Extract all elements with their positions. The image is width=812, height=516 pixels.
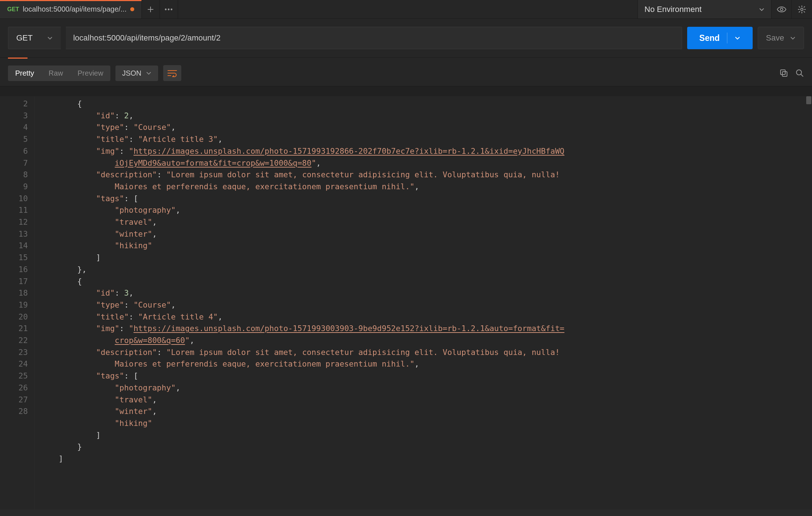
response-view-segment: Pretty Raw Preview — [8, 65, 110, 81]
code-content[interactable]: { "id": 2, "type": "Course", "title": "A… — [35, 96, 812, 509]
send-button-label: Send — [699, 33, 720, 43]
environment-quicklook-button[interactable] — [771, 0, 792, 18]
tab-options-button[interactable] — [160, 0, 178, 18]
tab-title: localhost:5000/api/items/page/... — [23, 5, 127, 13]
view-preview-button[interactable]: Preview — [70, 65, 110, 81]
word-wrap-button[interactable] — [163, 65, 181, 81]
request-url-input[interactable] — [66, 27, 682, 49]
search-response-button[interactable] — [795, 69, 804, 77]
request-bar: GET Send Save — [0, 19, 812, 58]
response-format-value: JSON — [122, 69, 141, 77]
response-body-editor[interactable]: 2345678910111213141516171819202122232425… — [0, 96, 812, 509]
environment-selector[interactable]: No Environment — [638, 0, 771, 18]
active-section-indicator — [0, 58, 812, 60]
copy-response-button[interactable] — [779, 69, 788, 77]
status-bar — [0, 509, 812, 516]
response-toolbar: Pretty Raw Preview JSON — [0, 60, 812, 86]
unsaved-indicator-icon — [130, 7, 134, 11]
svg-rect-5 — [782, 72, 787, 76]
http-method-value: GET — [16, 33, 33, 43]
request-tab[interactable]: GET localhost:5000/api/items/page/... — [0, 0, 142, 18]
send-button[interactable]: Send — [687, 27, 753, 49]
view-pretty-button[interactable]: Pretty — [8, 65, 41, 81]
response-format-selector[interactable]: JSON — [115, 65, 158, 81]
http-method-selector[interactable]: GET — [8, 27, 61, 49]
chevron-down-icon — [759, 7, 765, 12]
settings-button[interactable] — [792, 0, 812, 18]
tab-method-badge: GET — [7, 6, 19, 13]
chevron-down-icon — [47, 35, 53, 41]
vertical-scrollbar[interactable] — [806, 96, 811, 104]
svg-point-4 — [801, 8, 803, 10]
new-tab-button[interactable] — [142, 0, 160, 18]
environment-label: No Environment — [644, 5, 702, 14]
tab-strip: GET localhost:5000/api/items/page/... No… — [0, 0, 812, 19]
chevron-down-icon — [790, 35, 796, 41]
svg-rect-6 — [781, 70, 785, 75]
svg-point-2 — [171, 8, 173, 10]
save-button[interactable]: Save — [758, 27, 804, 49]
line-number-gutter: 2345678910111213141516171819202122232425… — [0, 96, 35, 509]
save-button-label: Save — [766, 33, 784, 43]
chevron-down-icon — [146, 70, 152, 76]
svg-point-3 — [780, 8, 783, 10]
chevron-down-icon — [735, 35, 740, 41]
svg-point-1 — [168, 8, 170, 10]
svg-point-0 — [165, 8, 167, 10]
view-raw-button[interactable]: Raw — [41, 65, 70, 81]
